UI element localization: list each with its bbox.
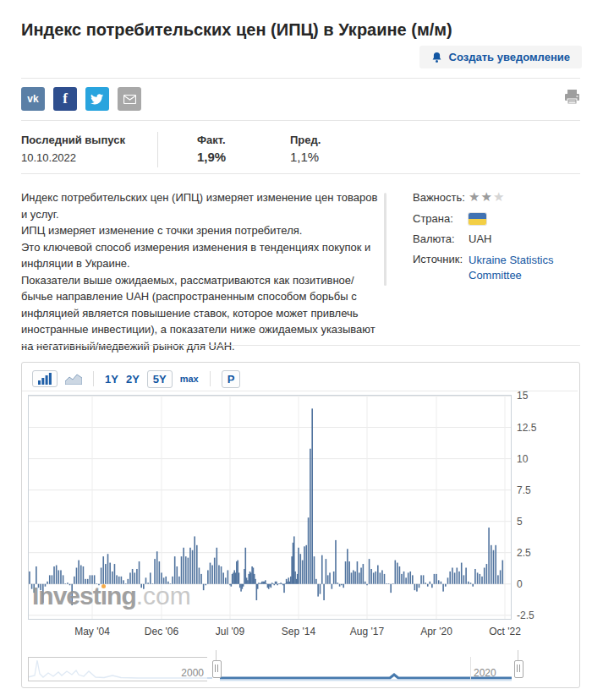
range-2y-button[interactable]: 2Y <box>126 373 140 386</box>
twitter-bird-icon <box>90 94 104 105</box>
y-tick-label: 7.5 <box>517 484 531 496</box>
y-tick-label: 10 <box>517 453 528 465</box>
divider <box>21 78 580 79</box>
social-share-row: vk f <box>21 87 141 111</box>
indicator-meta: Важность: ★★★ Страна: Валюта: UAH Источн… <box>413 189 587 283</box>
source-row: Источник: Ukraine Statistics Committee <box>413 253 587 283</box>
importance-row: Важность: ★★★ <box>413 189 587 205</box>
bars <box>29 408 503 605</box>
actual-label: Факт. <box>197 134 226 146</box>
previous-label: Пред. <box>290 134 321 146</box>
navigator-left-handle[interactable] <box>212 660 222 678</box>
latest-release-date: 10.10.2022 <box>21 151 76 164</box>
actual-value: 1,9% <box>197 150 226 164</box>
area-chart-type-button[interactable] <box>65 374 82 385</box>
range-5y-button[interactable]: 5Y <box>147 370 173 388</box>
navigator-right-handle[interactable] <box>514 660 523 678</box>
indicator-description: Индекс потребительских цен (ИПЦ) измеряе… <box>21 189 380 354</box>
x-tick-label: Apr '20 <box>420 626 452 637</box>
source-link[interactable]: Ukraine Statistics Committee <box>469 253 587 283</box>
y-tick-label: -2.5 <box>517 610 534 621</box>
divider <box>21 120 580 121</box>
latest-release-label: Последний выпуск <box>21 134 125 146</box>
x-tick-label: Sep '14 <box>282 626 315 637</box>
facebook-share-button[interactable]: f <box>53 87 77 111</box>
description-paragraph: Индекс потребительских цен (ИПЦ) измеряе… <box>21 189 380 222</box>
x-tick-label: Dec '06 <box>145 626 178 637</box>
description-paragraph: ИПЦ измеряет изменение с точки зрения по… <box>21 222 380 239</box>
toolbar-separator <box>210 371 211 386</box>
x-tick-label: Aug '17 <box>350 626 384 637</box>
page-title: Индекс потребительских цен (ИПЦ) в Украи… <box>21 20 452 40</box>
currency-row: Валюта: UAH <box>413 232 587 245</box>
country-row: Страна: <box>413 212 587 225</box>
country-label: Страна: <box>413 212 469 225</box>
description-scrollbar[interactable] <box>384 193 386 286</box>
y-tick-label: 5 <box>517 516 523 528</box>
compare-button[interactable]: P <box>222 370 241 388</box>
x-tick-label: Jul '09 <box>216 626 244 637</box>
bar-chart-type-button[interactable] <box>32 370 58 387</box>
importance-label: Важность: <box>413 191 469 204</box>
navigator-tick <box>470 657 471 681</box>
chart-toolbar: 1Y 2Y 5Y max P <box>32 369 240 389</box>
toolbar-separator <box>93 371 94 386</box>
y-tick-label: 2.5 <box>517 547 531 559</box>
currency-value: UAH <box>469 232 491 245</box>
divider <box>22 391 578 391</box>
vk-share-button[interactable]: vk <box>21 87 45 111</box>
chart-navigator[interactable]: 2000 2020 <box>28 650 512 681</box>
create-alert-button[interactable]: Создать уведомление <box>419 46 582 68</box>
ukraine-flag-icon <box>469 213 486 225</box>
navigator-handle-stem <box>518 650 518 660</box>
currency-label: Валюта: <box>413 232 469 245</box>
area-chart-icon <box>65 374 82 385</box>
printer-icon <box>564 90 580 105</box>
divider <box>21 345 580 346</box>
description-paragraph: Это ключевой способ измерения изменения … <box>21 239 380 272</box>
range-1y-button[interactable]: 1Y <box>105 373 118 386</box>
investing-indicator-page: { "page": { "title": "Индекс потребитель… <box>0 0 592 700</box>
bar-chart-icon <box>38 373 52 385</box>
x-tick-label: May '04 <box>74 626 110 637</box>
navigator-handle-stem <box>216 650 217 660</box>
create-alert-label: Создать уведомление <box>449 51 570 63</box>
twitter-share-button[interactable] <box>85 87 109 111</box>
navigator-year-label: 2000 <box>170 667 204 679</box>
chart-widget: 1Y 2Y 5Y max P 1512.5107.552.50-2.5 May … <box>21 362 580 688</box>
y-tick-label: 0 <box>517 578 523 590</box>
previous-value: 1,1% <box>290 150 319 164</box>
envelope-icon <box>123 95 136 104</box>
divider <box>157 132 158 167</box>
navigator-year-label: 2020 <box>474 667 496 679</box>
importance-stars: ★★★ <box>469 189 505 205</box>
y-tick-label: 12.5 <box>517 422 536 434</box>
print-button[interactable] <box>564 90 580 108</box>
y-tick-label: 15 <box>517 390 528 402</box>
source-label: Источник: <box>413 253 469 265</box>
email-share-button[interactable] <box>118 87 141 111</box>
x-tick-label: Oct '22 <box>489 626 521 637</box>
range-max-button[interactable]: max <box>180 374 199 384</box>
description-paragraph: Показатели выше ожидаемых, рассматривают… <box>21 272 380 355</box>
bell-icon <box>431 52 442 63</box>
investing-watermark: Investıng.com <box>32 582 191 610</box>
divider <box>21 173 580 174</box>
